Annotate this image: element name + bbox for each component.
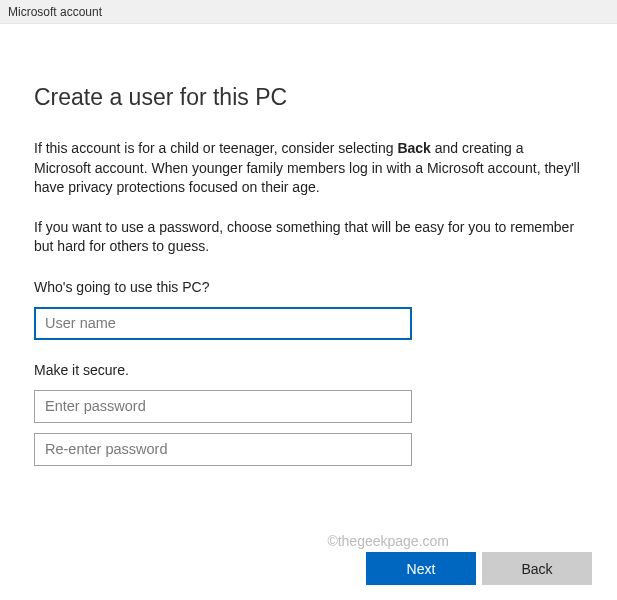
page-title: Create a user for this PC	[34, 84, 583, 111]
reenter-password-input[interactable]	[34, 433, 412, 466]
button-row: Next Back	[366, 552, 592, 585]
window-title: Microsoft account	[8, 5, 102, 19]
who-label: Who's going to use this PC?	[34, 279, 583, 295]
main-content: Create a user for this PC If this accoun…	[0, 24, 617, 466]
description-paragraph-2: If you want to use a password, choose so…	[34, 218, 583, 257]
watermark-text: ©thegeekpage.com	[327, 533, 449, 549]
password-input[interactable]	[34, 390, 412, 423]
secure-label: Make it secure.	[34, 362, 583, 378]
back-button[interactable]: Back	[482, 552, 592, 585]
desc1-pre: If this account is for a child or teenag…	[34, 140, 397, 156]
username-input[interactable]	[34, 307, 412, 340]
desc1-bold: Back	[397, 140, 430, 156]
window-title-bar: Microsoft account	[0, 0, 617, 24]
description-paragraph-1: If this account is for a child or teenag…	[34, 139, 583, 198]
next-button[interactable]: Next	[366, 552, 476, 585]
